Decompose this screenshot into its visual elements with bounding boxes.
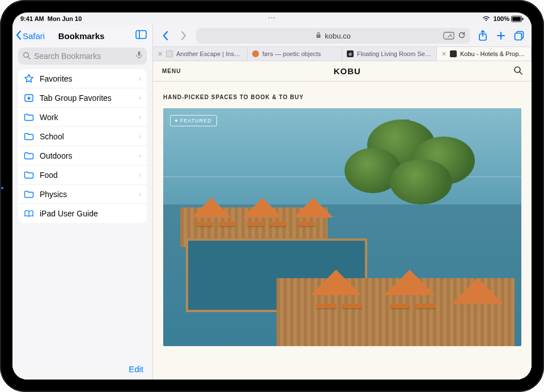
- svg-rect-18: [515, 33, 522, 40]
- sidebar-item-label: iPad User Guide: [40, 209, 141, 218]
- hero-lounger: [247, 221, 264, 226]
- address-host: kobu.co: [325, 32, 351, 40]
- favicon-icon: [252, 50, 259, 57]
- svg-line-20: [520, 72, 522, 74]
- webpage[interactable]: MENU KOBU HAND-PICKED SPACES TO BOOK & T…: [153, 61, 532, 380]
- sidebar-item-label: Work: [40, 113, 133, 122]
- webpage-logo[interactable]: KOBU: [334, 66, 361, 76]
- close-icon[interactable]: ✕: [441, 50, 447, 58]
- tab-another-escape[interactable]: ✕ Another Escape | Inspir…: [153, 47, 248, 61]
- ipad-device-frame: ••• 9:41 AM Mon Jun 10 100%: [0, 0, 544, 392]
- svg-rect-3: [136, 31, 146, 39]
- webpage-tagline: HAND-PICKED SPACES TO BOOK & TO BUY: [153, 82, 532, 108]
- hero-lounger: [390, 304, 410, 308]
- hero-lounger: [270, 221, 287, 226]
- folder-icon: [24, 170, 34, 180]
- sidebar-item-ipad-user-guide[interactable]: iPad User Guide: [18, 204, 147, 223]
- edit-button[interactable]: Edit: [129, 364, 143, 374]
- bookmarks-list: Favorites › Tab Group Favorites › Work ›: [18, 69, 147, 223]
- page-indicator-dot: [1, 187, 3, 189]
- page-settings-button[interactable]: [443, 32, 454, 40]
- tab-group-star-icon: [24, 93, 34, 103]
- star-icon: [24, 74, 34, 84]
- tab-floating-living-room[interactable]: d Floating Living Room Se…: [342, 47, 437, 61]
- sidebar-item-label: Food: [40, 171, 133, 180]
- sidebar-item-outdoors[interactable]: Outdoors ›: [18, 146, 147, 165]
- battery-icon: [511, 16, 524, 22]
- back-to-safari-button[interactable]: Safari: [16, 31, 45, 41]
- nav-forward-button[interactable]: [176, 28, 192, 44]
- folder-icon: [24, 189, 34, 199]
- browser-content: kobu.co: [153, 25, 532, 380]
- featured-label: FEATURED: [180, 118, 212, 123]
- hero-lounger: [415, 304, 436, 308]
- svg-line-6: [28, 57, 31, 59]
- svg-rect-7: [138, 52, 141, 56]
- sidebar-item-label: School: [40, 132, 133, 141]
- status-date: Mon Jun 10: [48, 15, 82, 22]
- sidebar-item-physics[interactable]: Physics ›: [18, 185, 147, 204]
- search-bookmarks-input[interactable]: Search Bookmarks: [18, 48, 147, 65]
- webpage-search-button[interactable]: [513, 66, 522, 77]
- sidebar-item-label: Tab Group Favorites: [40, 93, 133, 103]
- chevron-right-icon: ›: [139, 113, 141, 121]
- address-bar[interactable]: kobu.co: [196, 28, 470, 44]
- tab-kobu[interactable]: ✕ Kobu - Hotels & Propert…: [437, 47, 532, 61]
- chevron-left-icon: [16, 31, 22, 41]
- sidebar-toggle-button[interactable]: [135, 30, 147, 41]
- chevron-right-icon: ›: [139, 190, 141, 198]
- tab-title: Floating Living Room Se…: [357, 50, 432, 57]
- folder-icon: [24, 131, 34, 142]
- screen: ••• 9:41 AM Mon Jun 10 100%: [12, 12, 532, 380]
- hero-lounger: [196, 221, 213, 226]
- sidebar-item-label: Favorites: [40, 74, 133, 83]
- folder-icon: [24, 151, 34, 161]
- sidebar-item-food[interactable]: Food ›: [18, 165, 147, 185]
- tab-title: førs — poetic objects: [262, 50, 337, 57]
- svg-rect-12: [444, 32, 454, 39]
- sidebar-item-tab-group-favorites[interactable]: Tab Group Favorites ›: [18, 88, 147, 108]
- chevron-right-icon: ›: [139, 133, 141, 140]
- book-icon: [24, 208, 34, 219]
- nav-back-button[interactable]: [158, 28, 173, 44]
- share-button[interactable]: [475, 28, 491, 44]
- new-tab-button[interactable]: [493, 28, 509, 44]
- hero-tree: [345, 120, 469, 244]
- sidebar-item-label: Outdoors: [40, 151, 133, 160]
- svg-rect-1: [512, 17, 521, 21]
- chevron-right-icon: ›: [139, 171, 141, 179]
- tab-title: Another Escape | Inspir…: [176, 50, 243, 57]
- bookmarks-sidebar: Safari Bookmarks Search Bookmarks: [12, 25, 153, 380]
- multitask-handle-icon[interactable]: •••: [268, 15, 276, 21]
- safari-toolbar: kobu.co: [153, 25, 532, 46]
- chevron-right-icon: ›: [139, 75, 141, 83]
- search-placeholder: Search Bookmarks: [34, 52, 101, 61]
- sidebar-item-school[interactable]: School ›: [18, 127, 147, 146]
- sidebar-item-favorites[interactable]: Favorites ›: [18, 69, 147, 88]
- tabs-overview-button[interactable]: [511, 28, 527, 44]
- wifi-icon: [482, 16, 490, 22]
- featured-badge: FEATURED: [170, 115, 217, 126]
- search-icon: [23, 52, 31, 61]
- chevron-right-icon: ›: [139, 94, 141, 102]
- hero-lounger: [342, 304, 362, 308]
- chevron-right-icon: ›: [139, 152, 141, 160]
- webpage-header: MENU KOBU: [153, 61, 532, 82]
- hero-lounger: [316, 304, 337, 308]
- tab-title: Kobu - Hotels & Propert…: [460, 50, 526, 57]
- dictation-icon[interactable]: [136, 51, 142, 61]
- favicon-icon: [166, 50, 173, 57]
- sidebar-item-work[interactable]: Work ›: [18, 108, 147, 127]
- webpage-menu-button[interactable]: MENU: [162, 68, 181, 74]
- svg-point-13: [450, 34, 452, 35]
- tab-fors[interactable]: førs — poetic objects: [248, 47, 342, 61]
- tab-strip: ✕ Another Escape | Inspir… førs — poetic…: [153, 46, 532, 61]
- sidebar-item-label: Physics: [40, 190, 133, 199]
- reload-button[interactable]: [458, 31, 466, 41]
- hero-image[interactable]: FEATURED: [163, 108, 521, 346]
- status-time: 9:41 AM: [20, 15, 44, 22]
- folder-icon: [24, 112, 34, 122]
- close-icon[interactable]: ✕: [158, 50, 163, 58]
- hero-lounger: [219, 221, 236, 226]
- hero-lounger: [298, 221, 315, 226]
